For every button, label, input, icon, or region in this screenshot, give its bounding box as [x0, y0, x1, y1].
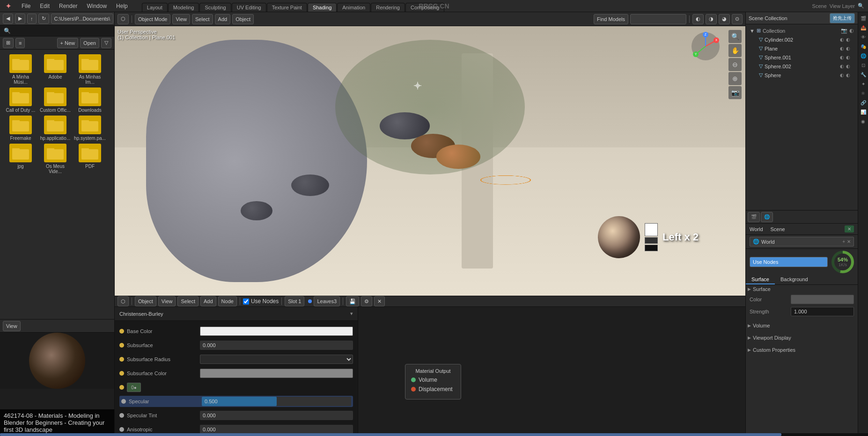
list-item[interactable]: Os Meus Vide...	[39, 144, 71, 174]
list-item[interactable]: Freemake	[5, 116, 37, 141]
specular-value-bar[interactable]: 0.500	[202, 397, 351, 406]
list-item[interactable]: As Minhas Im...	[74, 54, 106, 85]
zoom-extents-button[interactable]: ⊕	[728, 72, 742, 85]
output-node[interactable]: Material Output Volume Displacement	[405, 364, 461, 400]
tab-rendering[interactable]: Rendering	[371, 3, 405, 12]
strip-view-icon[interactable]: 👁	[859, 33, 868, 41]
world-tab[interactable]: World	[750, 226, 763, 232]
list-item[interactable]: A Minha Músi...	[5, 54, 37, 85]
add-menu-node[interactable]: Add	[200, 296, 216, 306]
tab-surface[interactable]: Surface	[746, 275, 775, 284]
node-settings-button[interactable]: ⚙	[361, 296, 372, 306]
nav-back-button[interactable]: ◀	[3, 14, 13, 24]
tab-compositing[interactable]: Compositing	[405, 3, 444, 12]
collection-header[interactable]: ▼ ⊞ Collection 📷 ◐	[746, 26, 858, 35]
view-menu-node[interactable]: View	[158, 296, 176, 306]
tab-animation[interactable]: Animation	[337, 3, 370, 12]
list-item[interactable]: PDF	[74, 144, 106, 174]
ss-radius-dropdown[interactable]	[200, 355, 353, 364]
view-toggle-button[interactable]: ⊞	[3, 38, 14, 48]
anisotropic-bar[interactable]: 0.000	[200, 425, 353, 434]
slot-dropdown[interactable]: Slot 1	[285, 296, 304, 306]
list-item[interactable]: hp.system.pa...	[74, 116, 106, 141]
viewport-overlay-button[interactable]: ⊙	[732, 14, 743, 24]
new-world-button[interactable]: +	[842, 239, 845, 244]
swatch-black[interactable]	[645, 245, 658, 251]
camera-view-button[interactable]: 📷	[728, 86, 742, 99]
strip-render-icon[interactable]: 🎬	[859, 14, 868, 22]
3d-viewport[interactable]: User Perspective (1) Collection | Plane.…	[115, 26, 745, 296]
tab-shading[interactable]: Shading	[308, 3, 337, 12]
list-item[interactable]: hp.applicatio...	[39, 116, 71, 141]
list-item[interactable]: Downloads	[74, 87, 106, 113]
node-close-button[interactable]: ✕	[374, 296, 385, 306]
pan-button[interactable]: ✋	[728, 44, 742, 57]
ss-color-picker[interactable]	[200, 369, 353, 378]
strip-scene-icon[interactable]: 🎭	[859, 42, 868, 51]
strength-value[interactable]: 1.000	[791, 307, 854, 316]
new-folder-button[interactable]: + New	[57, 38, 79, 48]
object-menu-node[interactable]: Object	[135, 296, 156, 306]
path-bar[interactable]: C:\Users\P...Documents\	[51, 14, 114, 24]
menu-file[interactable]: File	[17, 0, 35, 12]
list-item[interactable]: jpg	[5, 144, 37, 174]
base-color-picker[interactable]	[200, 327, 353, 336]
color-value[interactable]	[791, 295, 854, 304]
input-field[interactable]: 0●	[127, 383, 141, 392]
search-input[interactable]	[13, 28, 110, 34]
strip-physics-icon[interactable]: ⚛	[859, 89, 868, 97]
strip-material-icon[interactable]: ◉	[859, 117, 868, 125]
open-button[interactable]: Open	[80, 38, 99, 48]
view-menu[interactable]: View	[172, 14, 190, 24]
surface-section-header[interactable]: ▶ Surface	[746, 285, 858, 293]
unlink-world-button[interactable]: ✕	[847, 239, 851, 244]
scene-item-sphere[interactable]: ▽ Sphere ◐ ◐	[746, 71, 858, 80]
subsurface-value-bar[interactable]: 0.000	[200, 341, 353, 350]
select-menu[interactable]: Select	[192, 14, 213, 24]
list-item[interactable]: Custom Offic...	[39, 87, 71, 113]
view-type-button[interactable]: View	[3, 321, 21, 331]
viewport-display-header[interactable]: ▶ Viewport Display	[746, 334, 858, 342]
file-search-bar[interactable]: 🔍	[0, 25, 114, 36]
swatch-white[interactable]	[645, 223, 658, 236]
viewport-shading-rendered[interactable]: ◕	[719, 14, 730, 24]
tab-background[interactable]: Background	[775, 275, 814, 284]
tab-uv-editing[interactable]: UV Editing	[232, 3, 266, 12]
zoom-in-button[interactable]: 🔍	[728, 30, 742, 43]
select-menu-node[interactable]: Select	[177, 296, 199, 306]
menu-render[interactable]: Render	[54, 0, 82, 12]
search-models-input[interactable]	[630, 14, 686, 24]
node-save-button[interactable]: 💾	[346, 296, 359, 306]
strip-constraints-icon[interactable]: 🔗	[859, 98, 868, 107]
strip-modifier-icon[interactable]: 🔧	[859, 70, 868, 79]
object-menu[interactable]: Object	[232, 14, 254, 24]
close-world-button[interactable]: ✕	[845, 225, 854, 233]
tab-modeling[interactable]: Modeling	[168, 3, 199, 12]
scene-item-cylinder[interactable]: ▽ Cylinder.002 ◐ ◐	[746, 35, 858, 44]
add-menu[interactable]: Add	[215, 14, 231, 24]
scene-item-sphere-001[interactable]: ▽ Sphere.001 ◐ ◐	[746, 53, 858, 62]
filter-button[interactable]: ▽	[101, 38, 111, 48]
upload-button[interactable]: 抢先上传	[830, 13, 855, 23]
nav-refresh-button[interactable]: ↻	[38, 14, 49, 24]
sort-button[interactable]: ≡	[15, 38, 25, 48]
list-item[interactable]: Call of Duty ...	[5, 87, 37, 113]
material-dropdown[interactable]: Leaves3	[314, 296, 340, 306]
tab-texture-paint[interactable]: Texture Paint	[267, 3, 307, 12]
strip-particles-icon[interactable]: ✦	[859, 80, 868, 88]
scene-props-icon[interactable]: 🎬	[748, 212, 760, 222]
viewport-shading-solid[interactable]: ◐	[692, 14, 704, 24]
node-graph-area[interactable]: Material Output Volume Displacement	[358, 307, 745, 436]
node-editor-type[interactable]: ⬡	[118, 296, 129, 306]
use-nodes-checkbox[interactable]	[243, 298, 249, 305]
tab-sculpting[interactable]: Sculpting	[199, 3, 231, 12]
menu-edit[interactable]: Edit	[35, 0, 54, 12]
scene-tab[interactable]: Scene	[771, 226, 785, 232]
strip-world-icon[interactable]: 🌐	[859, 51, 868, 60]
volume-section-header[interactable]: ▶ Volume	[746, 321, 858, 330]
custom-props-header[interactable]: ▶ Custom Properties	[746, 346, 858, 354]
tab-layout[interactable]: Layout	[142, 3, 168, 12]
mode-dropdown[interactable]: Object Mode	[135, 14, 170, 24]
shader-dropdown-icon[interactable]: ▾	[350, 311, 353, 317]
menu-window[interactable]: Window	[82, 0, 111, 12]
